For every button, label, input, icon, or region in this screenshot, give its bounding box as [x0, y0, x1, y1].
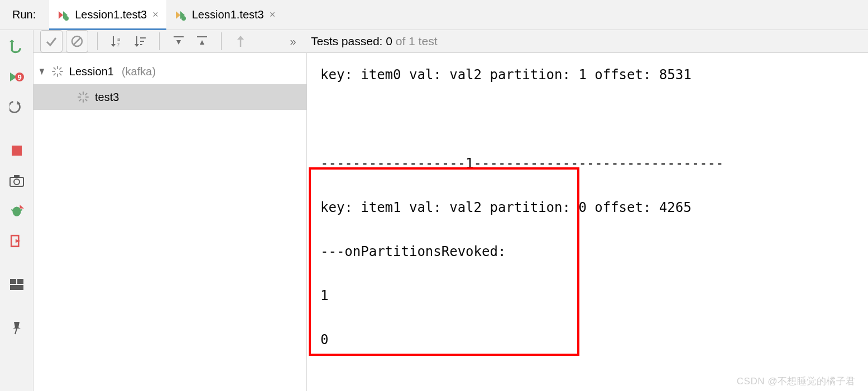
tree-child-label: test3	[95, 91, 119, 104]
svg-line-55	[80, 94, 81, 95]
svg-point-5	[181, 16, 186, 21]
tree-root-label: Lession1	[69, 65, 114, 78]
camera-icon[interactable]	[7, 171, 27, 191]
bug-icon[interactable]	[7, 201, 27, 221]
svg-marker-6	[9, 40, 15, 42]
sort-alphabetically-icon[interactable]: az	[107, 31, 127, 51]
svg-line-56	[85, 99, 87, 101]
svg-text:z: z	[117, 42, 120, 47]
svg-rect-11	[12, 146, 22, 156]
svg-point-2	[64, 16, 69, 21]
watermark: CSDN @不想睡觉的橘子君	[737, 375, 856, 388]
layout-icon[interactable]	[7, 274, 27, 295]
prev-failed-icon[interactable]	[231, 31, 251, 51]
console-line: 0	[320, 326, 857, 355]
svg-marker-0	[59, 11, 63, 19]
svg-rect-13	[14, 175, 20, 178]
tests-passed-prefix: Tests passed:	[311, 35, 386, 47]
gutter: 9	[0, 30, 33, 391]
console-line: key: item1 val: val2 partition: 0 offset…	[320, 193, 857, 222]
svg-marker-29	[111, 44, 116, 47]
tab-label: Lession1.test3	[192, 8, 264, 21]
test-run-icon	[174, 9, 186, 21]
svg-line-58	[85, 94, 87, 95]
rerun-icon[interactable]	[7, 37, 27, 57]
svg-line-57	[80, 99, 81, 101]
console-line: key: item0 val: val2 partition: 1 offset…	[320, 61, 857, 90]
svg-marker-42	[237, 36, 244, 40]
svg-marker-40	[200, 40, 204, 45]
tests-passed-suffix: of 1 test	[392, 35, 438, 47]
show-ignored-button[interactable]	[66, 30, 88, 52]
spinner-icon	[51, 65, 64, 78]
test-tree: ▼ Lession1 (kafka) test3	[33, 53, 307, 391]
run-label: Run:	[0, 0, 49, 30]
tests-status: Tests passed: 0 of 1 test	[311, 35, 437, 48]
chevron-down-icon: ▼	[38, 66, 46, 78]
svg-rect-23	[10, 285, 23, 290]
more-icon[interactable]: »	[283, 31, 303, 51]
svg-point-14	[14, 179, 20, 185]
svg-marker-24	[13, 322, 21, 329]
close-icon[interactable]: ×	[270, 9, 276, 21]
console-output[interactable]: key: item0 val: val2 partition: 1 offset…	[307, 53, 868, 391]
console-line: 1	[320, 282, 857, 311]
console-line	[320, 105, 857, 134]
tree-child-test3[interactable]: test3	[33, 84, 306, 110]
pin-icon[interactable]	[7, 318, 27, 338]
toggle-auto-icon[interactable]	[7, 97, 27, 117]
sort-duration-icon[interactable]	[130, 31, 150, 51]
expand-all-icon[interactable]	[169, 31, 189, 51]
console-line: ---onPartitionsRevoked:	[320, 237, 857, 266]
tab-lession1-test3[interactable]: Lession1.test3 ×	[166, 0, 284, 30]
svg-line-49	[54, 74, 55, 75]
svg-rect-22	[17, 279, 23, 284]
exit-icon[interactable]	[7, 231, 27, 251]
svg-text:a: a	[117, 36, 120, 42]
tree-root[interactable]: ▼ Lession1 (kafka)	[33, 59, 306, 84]
svg-line-47	[54, 68, 55, 70]
svg-point-15	[12, 206, 21, 216]
svg-line-48	[60, 74, 61, 75]
svg-rect-21	[10, 279, 16, 284]
svg-text:9: 9	[17, 73, 21, 81]
tests-passed-count: 0	[386, 35, 392, 47]
stop-icon[interactable]	[7, 141, 27, 161]
toolbar: az » Tests passed: 0 of 1 test	[33, 30, 868, 53]
tab-lession1-test3-active[interactable]: Lession1.test3 ×	[49, 0, 166, 30]
tab-label: Lession1.test3	[75, 8, 147, 21]
rerun-failed-icon[interactable]: 9	[7, 67, 27, 87]
tabs: Lession1.test3 × Lession1.test3 ×	[49, 0, 283, 30]
svg-marker-3	[176, 11, 180, 19]
svg-line-50	[60, 68, 61, 70]
close-icon[interactable]: ×	[152, 9, 159, 21]
tree-root-context: (kafka)	[122, 65, 156, 78]
console-line: ------------------1---------------------…	[320, 149, 857, 178]
show-passed-button[interactable]	[40, 30, 63, 52]
collapse-all-icon[interactable]	[192, 31, 212, 51]
svg-marker-18	[20, 205, 24, 209]
spinner-icon	[77, 91, 89, 103]
svg-line-25	[15, 329, 17, 334]
svg-line-27	[74, 38, 80, 45]
test-run-icon	[57, 9, 69, 21]
svg-marker-38	[176, 40, 181, 45]
svg-marker-33	[135, 44, 139, 47]
